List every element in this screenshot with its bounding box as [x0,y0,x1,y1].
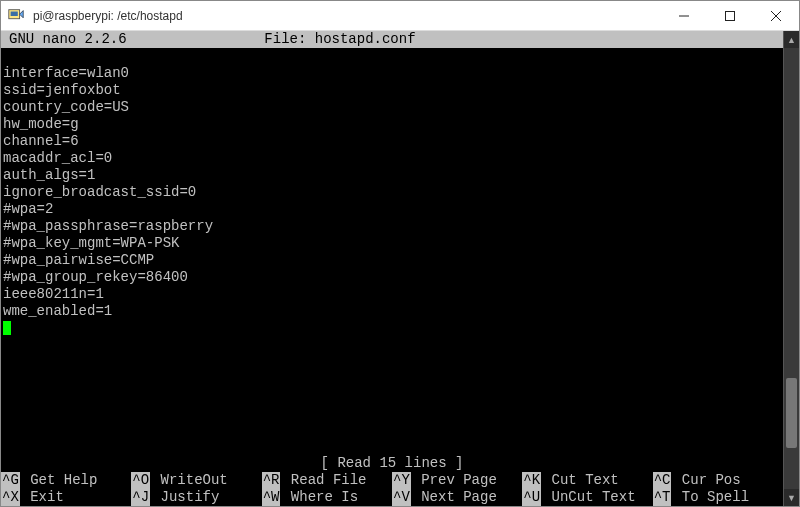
shortcut-key: ^K [522,472,541,489]
file-line[interactable] [1,48,799,65]
shortcut-label: UnCut Text [543,489,635,506]
terminal-area[interactable]: GNU nano 2.2.6 File: hostapd.conf interf… [1,31,799,506]
app-window: pi@raspberypi: /etc/hostapd GNU nano 2.2… [0,0,800,507]
shortcut-exit[interactable]: ^X Exit [1,489,131,506]
shortcut-key: ^T [653,489,672,506]
file-line[interactable]: macaddr_acl=0 [1,150,799,167]
file-content[interactable]: interface=wlan0ssid=jenfoxbotcountry_cod… [1,48,799,320]
nano-shortcut-bar: ^G Get Help^O WriteOut^R Read File^Y Pre… [1,472,783,506]
scroll-down-button[interactable]: ▼ [784,489,799,506]
shortcut-label: To Spell [673,489,749,506]
scroll-up-button[interactable]: ▲ [784,31,799,48]
file-line[interactable]: #wpa_key_mgmt=WPA-PSK [1,235,799,252]
file-line[interactable]: ieee80211n=1 [1,286,799,303]
shortcut-label: Cut Text [543,472,619,489]
file-line[interactable]: #wpa_group_rekey=86400 [1,269,799,286]
shortcut-label: Next Page [413,489,497,506]
file-line[interactable]: #wpa_passphrase=raspberry [1,218,799,235]
nano-file-label: File: hostapd.conf [264,31,793,48]
shortcut-cut-text[interactable]: ^K Cut Text [522,472,652,489]
shortcut-justify[interactable]: ^J Justify [131,489,261,506]
scrollbar-track[interactable] [784,48,799,489]
shortcut-where-is[interactable]: ^W Where Is [262,489,392,506]
file-line[interactable]: auth_algs=1 [1,167,799,184]
maximize-button[interactable] [707,1,753,30]
shortcut-key: ^U [522,489,541,506]
shortcut-key: ^Y [392,472,411,489]
shortcut-label: Read File [282,472,366,489]
terminal[interactable]: GNU nano 2.2.6 File: hostapd.conf interf… [1,31,799,506]
file-line[interactable]: interface=wlan0 [1,65,799,82]
shortcut-label: WriteOut [152,472,228,489]
shortcut-label: Get Help [22,472,98,489]
scrollbar-thumb[interactable] [786,378,797,448]
titlebar[interactable]: pi@raspberypi: /etc/hostapd [1,1,799,31]
shortcut-key: ^R [262,472,281,489]
shortcut-label: Exit [22,489,64,506]
shortcut-label: Prev Page [413,472,497,489]
shortcut-to-spell[interactable]: ^T To Spell [653,489,783,506]
shortcut-row-1: ^G Get Help^O WriteOut^R Read File^Y Pre… [1,472,783,489]
file-line[interactable]: #wpa_pairwise=CCMP [1,252,799,269]
shortcut-label: Justify [152,489,219,506]
shortcut-key: ^W [262,489,281,506]
file-line[interactable]: ignore_broadcast_ssid=0 [1,184,799,201]
cursor-line[interactable] [1,320,799,337]
shortcut-get-help[interactable]: ^G Get Help [1,472,131,489]
minimize-button[interactable] [661,1,707,30]
nano-status-message: [ Read 15 lines ] [321,455,464,471]
file-line[interactable]: hw_mode=g [1,116,799,133]
shortcut-key: ^G [1,472,20,489]
close-button[interactable] [753,1,799,30]
shortcut-key: ^O [131,472,150,489]
svg-rect-1 [11,11,18,16]
file-line[interactable]: country_code=US [1,99,799,116]
nano-version: GNU nano 2.2.6 [1,31,264,48]
shortcut-cur-pos[interactable]: ^C Cur Pos [653,472,783,489]
shortcut-key: ^J [131,489,150,506]
shortcut-key: ^X [1,489,20,506]
cursor [3,321,11,335]
file-line[interactable]: channel=6 [1,133,799,150]
nano-statusbar: GNU nano 2.2.6 File: hostapd.conf [1,31,799,48]
file-line[interactable]: wme_enabled=1 [1,303,799,320]
window-title: pi@raspberypi: /etc/hostapd [33,9,661,23]
shortcut-label: Where Is [282,489,358,506]
shortcut-label: Cur Pos [673,472,740,489]
shortcut-next-page[interactable]: ^V Next Page [392,489,522,506]
svg-rect-3 [726,11,735,20]
shortcut-prev-page[interactable]: ^Y Prev Page [392,472,522,489]
putty-icon [5,5,27,27]
shortcut-row-2: ^X Exit^J Justify^W Where Is^V Next Page… [1,489,783,506]
nano-status-message-wrap: [ Read 15 lines ] [1,455,783,472]
shortcut-key: ^C [653,472,672,489]
shortcut-read-file[interactable]: ^R Read File [262,472,392,489]
terminal-scrollbar[interactable]: ▲ ▼ [783,31,799,506]
shortcut-key: ^V [392,489,411,506]
file-line[interactable]: #wpa=2 [1,201,799,218]
file-line[interactable]: ssid=jenfoxbot [1,82,799,99]
shortcut-writeout[interactable]: ^O WriteOut [131,472,261,489]
shortcut-uncut-text[interactable]: ^U UnCut Text [522,489,652,506]
window-controls [661,1,799,30]
